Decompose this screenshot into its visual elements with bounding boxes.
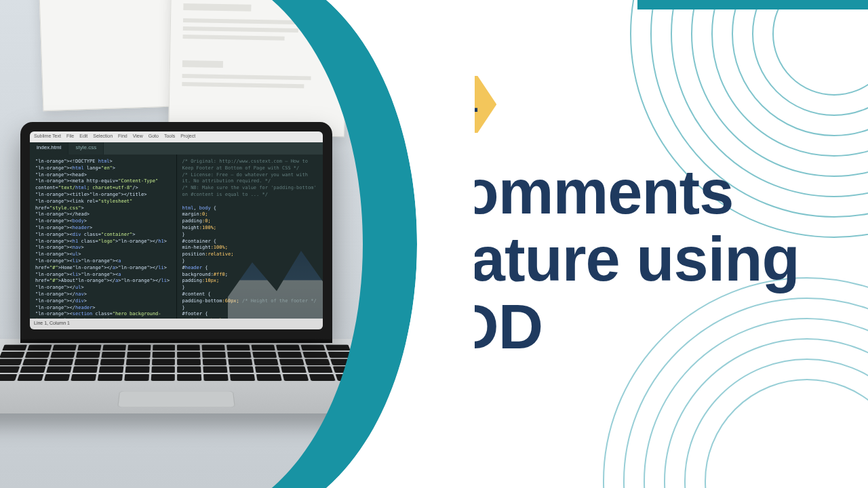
svg-point-13 [705,380,868,488]
menubar-item: Find [118,134,127,140]
laptop-keys [0,345,363,384]
editor-tab: style.css [68,142,104,155]
slide-title: Comments feature using TDD [416,159,827,361]
editor-pane-html: "ln-orange"><!DOCTYPE html>"ln-orange"><… [30,155,176,319]
episode-number: 24 [435,85,477,123]
laptop-screen-bezel: Sublime TextFileEditSelectionFindViewGot… [20,122,332,339]
laptop: Sublime TextFileEditSelectionFindViewGot… [0,122,373,474]
menubar-item: Project [180,134,195,140]
editor-tabbar: index.htmlstyle.css [30,142,323,155]
editor-tab: index.html [30,142,68,155]
menubar-item: Selection [93,134,113,140]
svg-point-3 [692,0,868,176]
editor-menubar: Sublime TextFileEditSelectionFindViewGot… [30,131,323,142]
menubar-item: Tools [164,134,175,140]
svg-point-5 [732,0,868,136]
laptop-trackpad [117,391,235,407]
menubar-item: File [66,134,74,140]
svg-point-11 [665,339,868,488]
svg-point-4 [712,0,868,156]
laptop-keyboard-deck [0,339,407,413]
menubar-item: View [133,134,143,140]
svg-point-6 [753,0,868,115]
episode-number-badge: 24 [416,76,496,133]
paper-document-right [168,0,347,137]
top-accent-bar [637,0,868,9]
menubar-item: Goto [149,134,159,140]
hero-photo: Sublime TextFileEditSelectionFindViewGot… [0,0,407,488]
svg-point-7 [773,0,868,95]
menubar-item: Sublime Text [34,134,61,140]
code-editor-screen: Sublime TextFileEditSelectionFindViewGot… [30,131,323,329]
svg-point-12 [685,359,868,488]
menubar-item: Edit [79,134,87,140]
editor-statusbar: Line 1, Column 1 [30,319,323,329]
